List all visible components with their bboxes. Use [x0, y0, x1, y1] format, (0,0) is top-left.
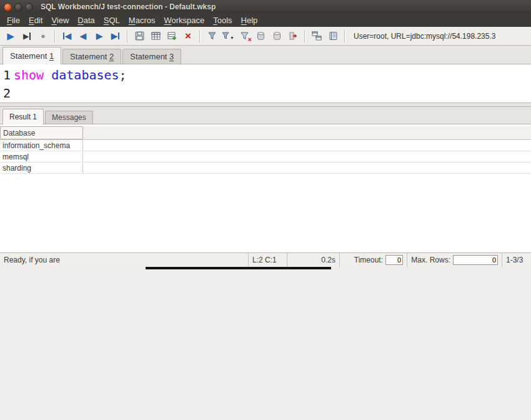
result-tab[interactable]: Result 1: [2, 109, 44, 124]
disconnect-button[interactable]: [285, 29, 301, 44]
editor-line: 2: [3, 84, 531, 102]
statement-tab-label: Statement: [10, 51, 49, 61]
execute-all-button[interactable]: ▶: [2, 29, 19, 44]
database-name-cell[interactable]: memsql: [0, 151, 83, 162]
execution-time: 0.2s: [287, 253, 340, 267]
delete-row-icon: ×: [185, 31, 191, 41]
statement-tab-label: Statement: [130, 52, 169, 61]
cancel-button[interactable]: ●: [35, 29, 51, 44]
statement-tab-3[interactable]: Statement 3: [122, 49, 181, 64]
menu-view[interactable]: View: [47, 14, 73, 26]
menu-help[interactable]: Help: [237, 14, 262, 26]
cancel-icon: ●: [41, 32, 46, 40]
results-panel: Result 1 Messages Database information_s…: [0, 107, 531, 252]
dropdown-caret-icon: ▼: [230, 36, 234, 44]
statement-tab-mnemonic: 1: [49, 51, 54, 61]
next-row-button[interactable]: ▶: [91, 29, 107, 44]
statement-tab-2[interactable]: Statement 2: [62, 49, 121, 64]
toolbar-separator: [199, 30, 201, 42]
maximize-button[interactable]: [25, 3, 33, 11]
toolbar-separator: [304, 30, 305, 42]
last-row-icon: ▶: [111, 32, 120, 40]
database-explorer-icon: [329, 31, 338, 41]
sql-keyword: show: [14, 68, 44, 82]
menubar: File Edit View Data SQL Macros Workspace…: [0, 14, 531, 27]
database-name-cell[interactable]: information_schema: [0, 140, 83, 151]
app-window: SQL Workbench/J test-connection - Defaul…: [0, 0, 531, 420]
line-number: 2: [3, 84, 14, 102]
minimize-button[interactable]: [14, 3, 22, 11]
column-header-database[interactable]: Database: [0, 126, 83, 139]
table-row[interactable]: sharding: [0, 162, 531, 174]
insert-row-icon: [167, 31, 177, 41]
execute-current-button[interactable]: ▶: [19, 29, 35, 44]
reset-filter-button[interactable]: ×: [236, 29, 252, 44]
save-changes-button[interactable]: [131, 29, 147, 44]
timeout-input[interactable]: [385, 255, 403, 265]
sql-editor[interactable]: 1show databases; 2: [0, 64, 531, 102]
window-title: SQL Workbench/J test-connection - Defaul…: [41, 2, 216, 11]
last-row-button[interactable]: ▶: [107, 29, 124, 44]
editor-line: 1show databases;: [3, 66, 531, 84]
rollback-button[interactable]: [269, 29, 285, 44]
close-button[interactable]: [4, 3, 12, 11]
statement-tab-mnemonic: 3: [169, 52, 174, 61]
sql-identifier: databases: [44, 68, 119, 82]
max-rows-input[interactable]: [453, 255, 498, 265]
menu-workspace[interactable]: Workspace: [159, 14, 209, 26]
disconnect-icon: [289, 31, 298, 41]
update-database-button[interactable]: [147, 29, 164, 44]
statusbar: Ready, if you are L:2 C:1 0.2s Timeout: …: [0, 252, 531, 267]
data-pumper-button[interactable]: [309, 29, 325, 44]
menu-macros[interactable]: Macros: [124, 14, 160, 26]
menu-file[interactable]: File: [2, 14, 24, 26]
sql-punctuation: ;: [119, 68, 127, 82]
result-grid: Database information_schema memsql shard…: [0, 124, 531, 252]
menu-edit[interactable]: Edit: [24, 14, 47, 26]
connection-info: User=root, URL=jdbc:mysql://54.198.235.3: [354, 32, 529, 41]
execute-all-icon: ▶: [7, 31, 14, 41]
table-row[interactable]: memsql: [0, 151, 531, 162]
reset-filter-x-icon: ×: [248, 36, 252, 43]
statement-tab-1[interactable]: Statement 1: [2, 47, 61, 64]
bottom-edge: [0, 267, 531, 269]
statement-tab-mnemonic: 2: [109, 52, 114, 61]
update-database-icon: [151, 31, 161, 41]
toolbar-separator: [127, 30, 128, 42]
filter-dropdown-button[interactable]: ▼: [220, 29, 236, 44]
table-row[interactable]: information_schema: [0, 140, 531, 151]
result-table-header: Database: [0, 126, 531, 140]
filter-button[interactable]: [204, 29, 220, 44]
previous-row-button[interactable]: ◀: [75, 29, 91, 44]
menu-data[interactable]: Data: [73, 14, 99, 26]
insert-row-button[interactable]: [164, 29, 180, 44]
save-changes-icon: [135, 31, 144, 41]
first-row-button[interactable]: ◀: [59, 29, 75, 44]
first-row-icon: ◀: [62, 32, 71, 40]
toolbar-separator: [54, 30, 56, 42]
status-message: Ready, if you are: [0, 253, 249, 267]
menu-sql[interactable]: SQL: [99, 14, 124, 26]
rollback-icon: [272, 31, 282, 41]
titlebar: SQL Workbench/J test-connection - Defaul…: [0, 0, 531, 14]
statement-tab-label: Statement: [70, 52, 109, 61]
filter-icon: [207, 31, 217, 41]
commit-icon: [256, 31, 266, 41]
cursor-position: L:2 C:1: [249, 253, 287, 267]
max-rows-section: Max. Rows:: [407, 253, 502, 267]
execute-current-icon: ▶: [23, 32, 31, 40]
editor-results-splitter[interactable]: [0, 102, 531, 107]
delete-row-button[interactable]: ×: [180, 29, 196, 44]
timeout-label: Timeout:: [354, 256, 383, 264]
messages-tab[interactable]: Messages: [45, 111, 93, 124]
taskbar-strip: [146, 267, 331, 269]
next-row-icon: ▶: [96, 32, 102, 40]
previous-row-icon: ◀: [80, 32, 86, 40]
commit-button[interactable]: [252, 29, 269, 44]
database-explorer-button[interactable]: [325, 29, 341, 44]
menu-tools[interactable]: Tools: [209, 14, 236, 26]
line-number: 1: [3, 66, 14, 84]
database-name-cell[interactable]: sharding: [0, 162, 83, 173]
statement-tabstrip: Statement 1 Statement 2 Statement 3: [0, 46, 531, 64]
timeout-section: Timeout:: [340, 253, 407, 267]
